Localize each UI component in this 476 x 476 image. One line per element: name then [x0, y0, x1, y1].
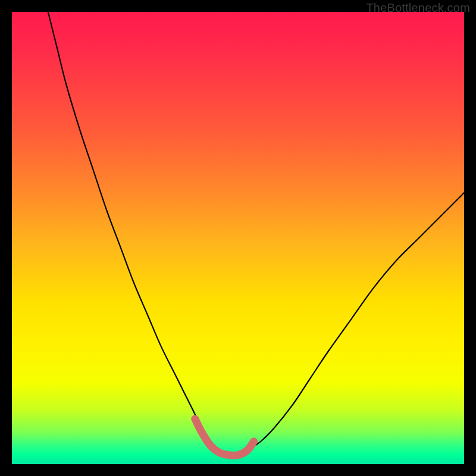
chart-svg — [12, 12, 464, 464]
bottleneck-curve — [48, 12, 464, 456]
optimal-range-highlight — [195, 419, 254, 456]
plot-area — [12, 12, 464, 464]
chart-frame: TheBottleneck.com — [0, 0, 476, 476]
